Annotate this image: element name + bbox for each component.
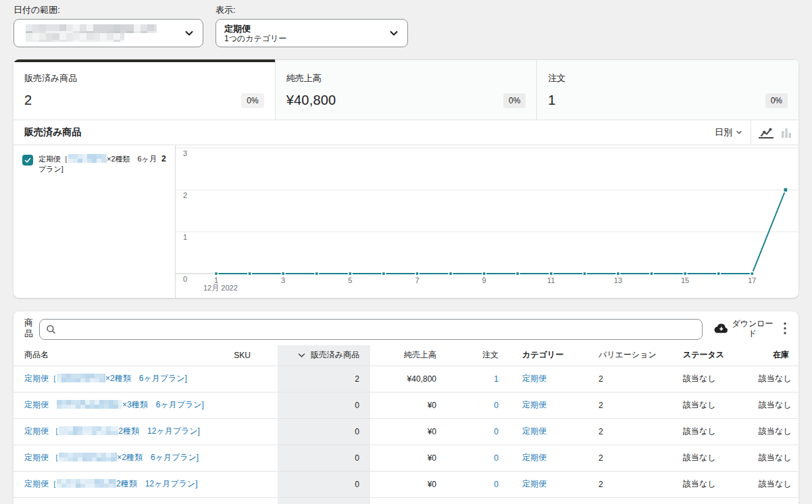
product-link[interactable]: 定期便 ［2種類 12ヶ月プラン]: [24, 426, 200, 436]
cell-status: 該当なし: [671, 471, 748, 497]
cell-inventory: 該当なし: [748, 392, 798, 418]
cell-orders: 0: [447, 445, 509, 471]
cell-variants: 2: [586, 471, 671, 497]
category-link[interactable]: 定期便: [522, 400, 547, 409]
table-panel-label: 商品: [24, 318, 33, 339]
granularity-select[interactable]: 日別: [715, 126, 742, 138]
cell-inventory: 該当なし: [748, 471, 798, 497]
download-button[interactable]: ダウンロード: [714, 319, 773, 338]
legend-series-label: 定期便［×2種類 6ヶ月プラン]: [39, 154, 160, 174]
column-header-inventory[interactable]: 在庫: [748, 345, 798, 366]
metric-value-row: 20%: [24, 93, 264, 108]
column-header-net_sales[interactable]: 純売上高: [370, 345, 447, 366]
orders-link[interactable]: 0: [494, 427, 499, 436]
metric-label: 純売上高: [286, 72, 526, 84]
more-options-button[interactable]: [780, 320, 790, 337]
chevron-down-icon: [184, 28, 195, 39]
product-search-input[interactable]: [60, 324, 696, 334]
column-header-label: SKU: [234, 351, 251, 360]
bar-chart-icon: [781, 128, 792, 138]
cell-status: 該当なし: [671, 418, 748, 445]
metric-label: 注文: [548, 72, 788, 84]
table-toolbar: 商品 ダウンロード: [14, 311, 798, 345]
category-link[interactable]: 定期便: [522, 426, 547, 436]
cell-status: 該当なし: [671, 392, 748, 418]
svg-text:0: 0: [183, 275, 187, 283]
cell-product: 定期便［×2種類 6ヶ月プラン]: [14, 366, 216, 392]
cell-net_sales: ¥0: [370, 471, 447, 497]
cell-orders: 0: [447, 392, 509, 418]
column-header-status[interactable]: ステータス: [671, 345, 748, 366]
line-chart-icon: [760, 128, 772, 138]
metric-tab-2[interactable]: 純売上高¥40,8000%: [275, 59, 537, 120]
table-row-partial: [14, 497, 798, 504]
cell-inventory: 該当なし: [748, 418, 798, 445]
svg-text:5: 5: [348, 276, 352, 284]
column-header-product[interactable]: 商品名: [14, 345, 216, 366]
line-chart-toggle[interactable]: [756, 122, 776, 143]
column-header-category[interactable]: カテゴリー: [509, 345, 586, 366]
cell-net_sales: ¥0: [370, 392, 447, 418]
product-link[interactable]: 定期便 ×3種類 6ヶ月プラン]: [24, 400, 204, 409]
table-row-4: 定期便 ［×2種類 6ヶ月プラン]0¥00定期便2該当なし該当なし: [14, 445, 798, 471]
column-header-orders[interactable]: 注文: [447, 345, 509, 366]
svg-text:7: 7: [415, 276, 419, 284]
metric-tab-1[interactable]: 販売済み商品20%: [14, 59, 275, 120]
cell-net_sales: ¥0: [370, 445, 447, 471]
metric-label: 販売済み商品: [24, 72, 264, 84]
metric-tab-3[interactable]: 注文10%: [536, 59, 798, 120]
cell-sku: [216, 497, 278, 504]
check-icon: [24, 157, 31, 163]
download-button-label: ダウンロード: [732, 319, 773, 338]
column-header-label: 在庫: [773, 350, 789, 359]
cell-inventory: [748, 497, 798, 504]
metric-value: 2: [24, 93, 32, 108]
column-header-sku[interactable]: SKU: [216, 345, 278, 366]
search-icon: [46, 324, 56, 334]
category-link[interactable]: 定期便: [522, 453, 547, 462]
column-header-variants[interactable]: バリエーション: [586, 345, 671, 366]
cell-orders: 0: [447, 418, 509, 445]
redacted-product-name: [59, 453, 117, 461]
legend-item[interactable]: 定期便［×2種類 6ヶ月プラン] 2: [22, 154, 167, 174]
table-row-3: 定期便 ［2種類 12ヶ月プラン]0¥00定期便2該当なし該当なし: [14, 418, 798, 445]
category-link[interactable]: 定期便: [522, 374, 547, 383]
metric-value: ¥40,800: [286, 93, 336, 108]
legend-checkbox-checked[interactable]: [22, 155, 33, 166]
redacted-product-name: [57, 400, 122, 409]
granularity-value: 日別: [715, 126, 732, 138]
cell-category: 定期便: [509, 445, 586, 471]
display-select-value: 定期便: [224, 24, 286, 34]
category-link[interactable]: 定期便: [522, 479, 547, 488]
orders-link[interactable]: 0: [494, 480, 499, 489]
metric-change-badge: 0%: [765, 93, 788, 108]
date-range-select[interactable]: [14, 19, 203, 47]
cell-inventory: 該当なし: [748, 445, 798, 471]
cell-sku: [216, 471, 278, 497]
display-select[interactable]: 定期便 1つのカテゴリー: [215, 19, 408, 47]
svg-text:15: 15: [681, 276, 689, 284]
column-header-label: バリエーション: [599, 350, 657, 359]
product-link[interactable]: 定期便［×2種類 6ヶ月プラン]: [24, 374, 187, 383]
metric-change-badge: 0%: [503, 93, 526, 108]
metric-tabs: 販売済み商品20%純売上高¥40,8000%注文10%: [14, 59, 798, 120]
redacted-product-name: [68, 154, 107, 163]
orders-link[interactable]: 1: [494, 374, 499, 384]
metric-value-row: 10%: [548, 93, 788, 108]
svg-text:9: 9: [482, 276, 486, 284]
cell-net_sales: ¥0: [370, 418, 447, 445]
products-table: 商品名SKU販売済み商品純売上高注文カテゴリーバリエーションステータス在庫 定期…: [14, 345, 798, 504]
display-select-subtext: 1つのカテゴリー: [224, 34, 286, 43]
svg-text:3: 3: [183, 149, 187, 157]
product-link[interactable]: 定期便［2種類 12ヶ月プラン]: [24, 479, 197, 488]
cell-variants: 2: [586, 445, 671, 471]
column-header-sold[interactable]: 販売済み商品: [278, 345, 370, 366]
product-link[interactable]: 定期便 ［×2種類 6ヶ月プラン]: [24, 453, 199, 462]
orders-link[interactable]: 0: [494, 401, 499, 410]
cell-product: 定期便 ［×2種類 6ヶ月プラン]: [14, 445, 216, 471]
orders-link[interactable]: 0: [494, 453, 499, 463]
cell-net_sales: [370, 497, 447, 504]
product-search-box[interactable]: [39, 319, 703, 340]
column-header-label: カテゴリー: [522, 350, 563, 359]
bar-chart-toggle[interactable]: [776, 122, 796, 143]
